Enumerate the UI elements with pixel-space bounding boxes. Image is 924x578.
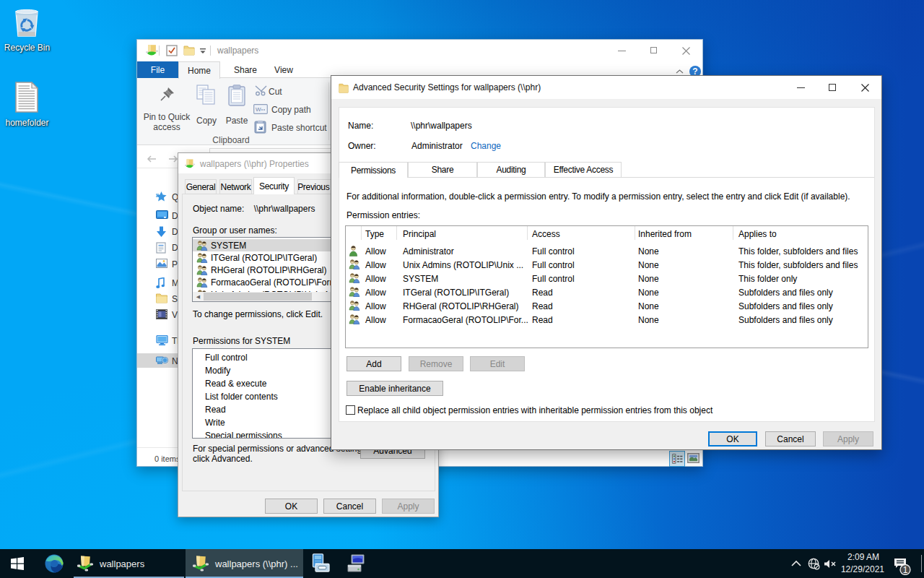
svg-text:W: W — [256, 106, 261, 113]
svg-text:1: 1 — [903, 565, 908, 575]
